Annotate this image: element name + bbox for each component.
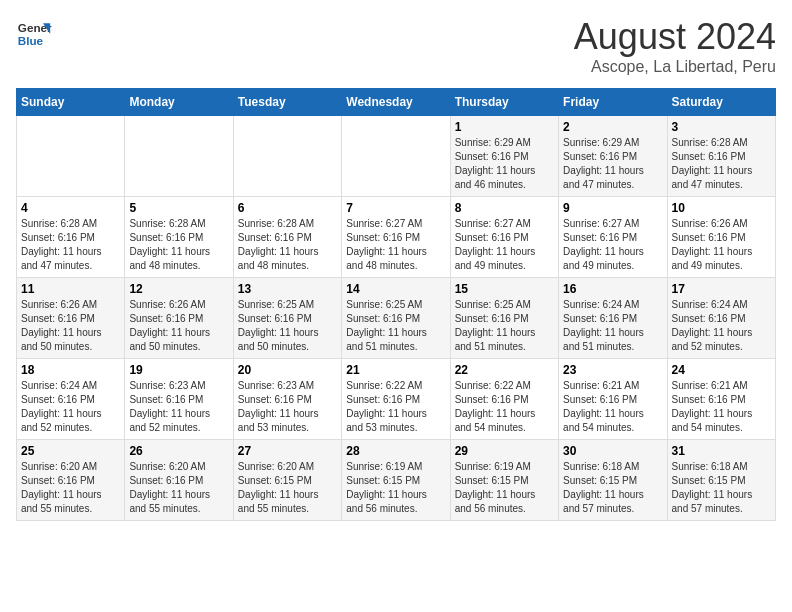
calendar-cell: 30Sunrise: 6:18 AM Sunset: 6:15 PM Dayli… bbox=[559, 440, 667, 521]
calendar-week-5: 25Sunrise: 6:20 AM Sunset: 6:16 PM Dayli… bbox=[17, 440, 776, 521]
calendar-cell: 2Sunrise: 6:29 AM Sunset: 6:16 PM Daylig… bbox=[559, 116, 667, 197]
day-number: 2 bbox=[563, 120, 662, 134]
day-number: 3 bbox=[672, 120, 771, 134]
weekday-header-wednesday: Wednesday bbox=[342, 89, 450, 116]
day-number: 29 bbox=[455, 444, 554, 458]
day-detail: Sunrise: 6:29 AM Sunset: 6:16 PM Dayligh… bbox=[563, 136, 662, 192]
calendar-cell: 16Sunrise: 6:24 AM Sunset: 6:16 PM Dayli… bbox=[559, 278, 667, 359]
day-detail: Sunrise: 6:26 AM Sunset: 6:16 PM Dayligh… bbox=[21, 298, 120, 354]
calendar-cell: 29Sunrise: 6:19 AM Sunset: 6:15 PM Dayli… bbox=[450, 440, 558, 521]
calendar-cell: 13Sunrise: 6:25 AM Sunset: 6:16 PM Dayli… bbox=[233, 278, 341, 359]
calendar-cell: 9Sunrise: 6:27 AM Sunset: 6:16 PM Daylig… bbox=[559, 197, 667, 278]
calendar-cell: 20Sunrise: 6:23 AM Sunset: 6:16 PM Dayli… bbox=[233, 359, 341, 440]
calendar-cell bbox=[17, 116, 125, 197]
calendar-cell: 25Sunrise: 6:20 AM Sunset: 6:16 PM Dayli… bbox=[17, 440, 125, 521]
day-detail: Sunrise: 6:25 AM Sunset: 6:16 PM Dayligh… bbox=[346, 298, 445, 354]
calendar-cell: 14Sunrise: 6:25 AM Sunset: 6:16 PM Dayli… bbox=[342, 278, 450, 359]
calendar-cell: 11Sunrise: 6:26 AM Sunset: 6:16 PM Dayli… bbox=[17, 278, 125, 359]
logo: General Blue bbox=[16, 16, 52, 52]
calendar-header: SundayMondayTuesdayWednesdayThursdayFrid… bbox=[17, 89, 776, 116]
day-number: 11 bbox=[21, 282, 120, 296]
day-number: 19 bbox=[129, 363, 228, 377]
day-number: 31 bbox=[672, 444, 771, 458]
calendar-cell: 18Sunrise: 6:24 AM Sunset: 6:16 PM Dayli… bbox=[17, 359, 125, 440]
calendar-body: 1Sunrise: 6:29 AM Sunset: 6:16 PM Daylig… bbox=[17, 116, 776, 521]
day-number: 16 bbox=[563, 282, 662, 296]
day-detail: Sunrise: 6:21 AM Sunset: 6:16 PM Dayligh… bbox=[672, 379, 771, 435]
day-detail: Sunrise: 6:27 AM Sunset: 6:16 PM Dayligh… bbox=[455, 217, 554, 273]
day-number: 20 bbox=[238, 363, 337, 377]
weekday-header-thursday: Thursday bbox=[450, 89, 558, 116]
weekday-header-saturday: Saturday bbox=[667, 89, 775, 116]
day-detail: Sunrise: 6:18 AM Sunset: 6:15 PM Dayligh… bbox=[672, 460, 771, 516]
day-number: 12 bbox=[129, 282, 228, 296]
calendar-cell bbox=[125, 116, 233, 197]
day-detail: Sunrise: 6:25 AM Sunset: 6:16 PM Dayligh… bbox=[455, 298, 554, 354]
day-number: 1 bbox=[455, 120, 554, 134]
day-detail: Sunrise: 6:29 AM Sunset: 6:16 PM Dayligh… bbox=[455, 136, 554, 192]
calendar-week-3: 11Sunrise: 6:26 AM Sunset: 6:16 PM Dayli… bbox=[17, 278, 776, 359]
day-number: 15 bbox=[455, 282, 554, 296]
day-number: 9 bbox=[563, 201, 662, 215]
day-number: 18 bbox=[21, 363, 120, 377]
day-detail: Sunrise: 6:28 AM Sunset: 6:16 PM Dayligh… bbox=[672, 136, 771, 192]
calendar-cell: 24Sunrise: 6:21 AM Sunset: 6:16 PM Dayli… bbox=[667, 359, 775, 440]
calendar-cell bbox=[233, 116, 341, 197]
day-number: 7 bbox=[346, 201, 445, 215]
day-detail: Sunrise: 6:23 AM Sunset: 6:16 PM Dayligh… bbox=[129, 379, 228, 435]
calendar-week-4: 18Sunrise: 6:24 AM Sunset: 6:16 PM Dayli… bbox=[17, 359, 776, 440]
day-number: 14 bbox=[346, 282, 445, 296]
weekday-row: SundayMondayTuesdayWednesdayThursdayFrid… bbox=[17, 89, 776, 116]
weekday-header-friday: Friday bbox=[559, 89, 667, 116]
day-number: 10 bbox=[672, 201, 771, 215]
day-detail: Sunrise: 6:19 AM Sunset: 6:15 PM Dayligh… bbox=[346, 460, 445, 516]
day-detail: Sunrise: 6:20 AM Sunset: 6:16 PM Dayligh… bbox=[21, 460, 120, 516]
calendar-cell: 19Sunrise: 6:23 AM Sunset: 6:16 PM Dayli… bbox=[125, 359, 233, 440]
day-number: 6 bbox=[238, 201, 337, 215]
calendar-cell: 3Sunrise: 6:28 AM Sunset: 6:16 PM Daylig… bbox=[667, 116, 775, 197]
calendar-cell: 17Sunrise: 6:24 AM Sunset: 6:16 PM Dayli… bbox=[667, 278, 775, 359]
weekday-header-monday: Monday bbox=[125, 89, 233, 116]
day-number: 26 bbox=[129, 444, 228, 458]
day-number: 5 bbox=[129, 201, 228, 215]
calendar-cell: 1Sunrise: 6:29 AM Sunset: 6:16 PM Daylig… bbox=[450, 116, 558, 197]
calendar-cell: 21Sunrise: 6:22 AM Sunset: 6:16 PM Dayli… bbox=[342, 359, 450, 440]
day-number: 8 bbox=[455, 201, 554, 215]
day-detail: Sunrise: 6:21 AM Sunset: 6:16 PM Dayligh… bbox=[563, 379, 662, 435]
page-header: General Blue August 2024 Ascope, La Libe… bbox=[16, 16, 776, 76]
day-detail: Sunrise: 6:22 AM Sunset: 6:16 PM Dayligh… bbox=[455, 379, 554, 435]
day-detail: Sunrise: 6:27 AM Sunset: 6:16 PM Dayligh… bbox=[346, 217, 445, 273]
day-detail: Sunrise: 6:26 AM Sunset: 6:16 PM Dayligh… bbox=[129, 298, 228, 354]
calendar-cell: 28Sunrise: 6:19 AM Sunset: 6:15 PM Dayli… bbox=[342, 440, 450, 521]
svg-text:Blue: Blue bbox=[18, 34, 44, 47]
calendar-cell: 31Sunrise: 6:18 AM Sunset: 6:15 PM Dayli… bbox=[667, 440, 775, 521]
calendar-cell: 12Sunrise: 6:26 AM Sunset: 6:16 PM Dayli… bbox=[125, 278, 233, 359]
calendar-table: SundayMondayTuesdayWednesdayThursdayFrid… bbox=[16, 88, 776, 521]
day-detail: Sunrise: 6:24 AM Sunset: 6:16 PM Dayligh… bbox=[21, 379, 120, 435]
day-number: 30 bbox=[563, 444, 662, 458]
calendar-cell: 15Sunrise: 6:25 AM Sunset: 6:16 PM Dayli… bbox=[450, 278, 558, 359]
day-detail: Sunrise: 6:25 AM Sunset: 6:16 PM Dayligh… bbox=[238, 298, 337, 354]
calendar-cell: 26Sunrise: 6:20 AM Sunset: 6:16 PM Dayli… bbox=[125, 440, 233, 521]
calendar-cell: 8Sunrise: 6:27 AM Sunset: 6:16 PM Daylig… bbox=[450, 197, 558, 278]
calendar-week-2: 4Sunrise: 6:28 AM Sunset: 6:16 PM Daylig… bbox=[17, 197, 776, 278]
day-detail: Sunrise: 6:20 AM Sunset: 6:15 PM Dayligh… bbox=[238, 460, 337, 516]
calendar-cell: 7Sunrise: 6:27 AM Sunset: 6:16 PM Daylig… bbox=[342, 197, 450, 278]
day-detail: Sunrise: 6:28 AM Sunset: 6:16 PM Dayligh… bbox=[129, 217, 228, 273]
title-area: August 2024 Ascope, La Libertad, Peru bbox=[574, 16, 776, 76]
day-detail: Sunrise: 6:18 AM Sunset: 6:15 PM Dayligh… bbox=[563, 460, 662, 516]
weekday-header-sunday: Sunday bbox=[17, 89, 125, 116]
day-detail: Sunrise: 6:28 AM Sunset: 6:16 PM Dayligh… bbox=[238, 217, 337, 273]
calendar-cell: 23Sunrise: 6:21 AM Sunset: 6:16 PM Dayli… bbox=[559, 359, 667, 440]
day-detail: Sunrise: 6:23 AM Sunset: 6:16 PM Dayligh… bbox=[238, 379, 337, 435]
day-number: 27 bbox=[238, 444, 337, 458]
calendar-cell: 22Sunrise: 6:22 AM Sunset: 6:16 PM Dayli… bbox=[450, 359, 558, 440]
day-number: 17 bbox=[672, 282, 771, 296]
logo-icon: General Blue bbox=[16, 16, 52, 52]
day-detail: Sunrise: 6:24 AM Sunset: 6:16 PM Dayligh… bbox=[563, 298, 662, 354]
main-title: August 2024 bbox=[574, 16, 776, 58]
calendar-cell: 6Sunrise: 6:28 AM Sunset: 6:16 PM Daylig… bbox=[233, 197, 341, 278]
subtitle: Ascope, La Libertad, Peru bbox=[574, 58, 776, 76]
day-number: 25 bbox=[21, 444, 120, 458]
day-number: 22 bbox=[455, 363, 554, 377]
